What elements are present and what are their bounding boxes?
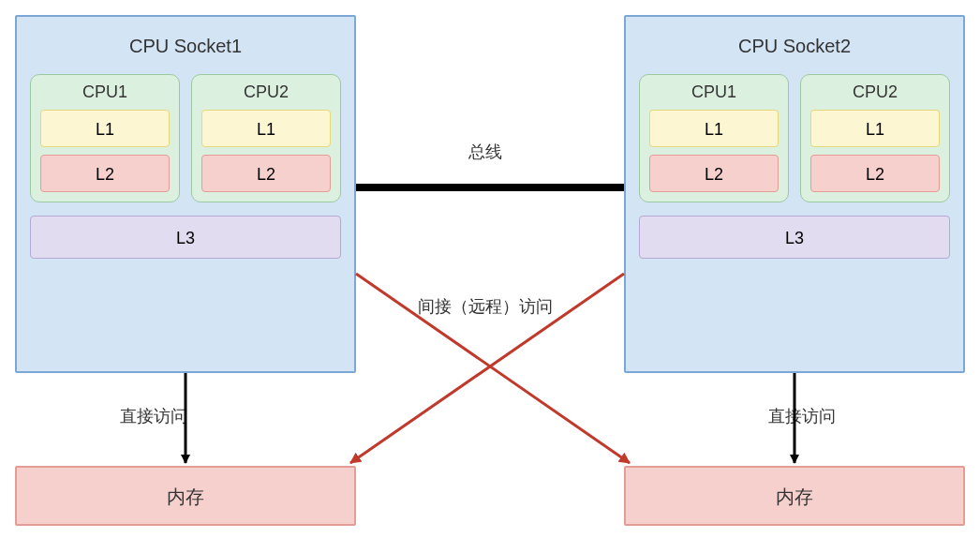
socket2-cores: CPU1 L1 L2 CPU2 L1 L2 [626, 74, 963, 202]
direct-left-label: 直接访问 [120, 405, 187, 427]
socket2-core1-l2: L2 [649, 155, 779, 192]
socket1-title: CPU Socket1 [17, 36, 354, 57]
socket2-core1-title: CPU1 [649, 82, 779, 102]
socket1-cores: CPU1 L1 L2 CPU2 L1 L2 [17, 74, 354, 202]
socket1-core1-l2: L2 [40, 155, 170, 192]
socket2-title: CPU Socket2 [626, 36, 963, 57]
socket1-l3: L3 [30, 216, 341, 259]
memory-right: 内存 [624, 466, 965, 526]
socket2-core1: CPU1 L1 L2 [639, 74, 789, 202]
cpu-socket-1: CPU Socket1 CPU1 L1 L2 CPU2 L1 L2 L3 [15, 15, 356, 373]
socket1-core2-l1: L1 [201, 110, 331, 147]
socket1-core2: CPU2 L1 L2 [191, 74, 341, 202]
socket2-core2-l1: L1 [810, 110, 940, 147]
indirect-label: 间接（远程）访问 [418, 295, 553, 318]
socket2-core2: CPU2 L1 L2 [800, 74, 950, 202]
socket1-core1-l1: L1 [40, 110, 170, 147]
socket1-core1: CPU1 L1 L2 [30, 74, 180, 202]
socket2-l3: L3 [639, 216, 950, 259]
socket2-core2-l2: L2 [810, 155, 940, 192]
socket2-core1-l1: L1 [649, 110, 779, 147]
bus-label: 总线 [468, 141, 502, 163]
socket1-core1-title: CPU1 [40, 82, 170, 102]
direct-right-label: 直接访问 [768, 405, 836, 427]
socket1-core2-title: CPU2 [201, 82, 331, 102]
memory-left: 内存 [15, 466, 356, 526]
socket1-core2-l2: L2 [201, 155, 331, 192]
socket2-core2-title: CPU2 [810, 82, 940, 102]
cpu-socket-2: CPU Socket2 CPU1 L1 L2 CPU2 L1 L2 L3 [624, 15, 965, 373]
